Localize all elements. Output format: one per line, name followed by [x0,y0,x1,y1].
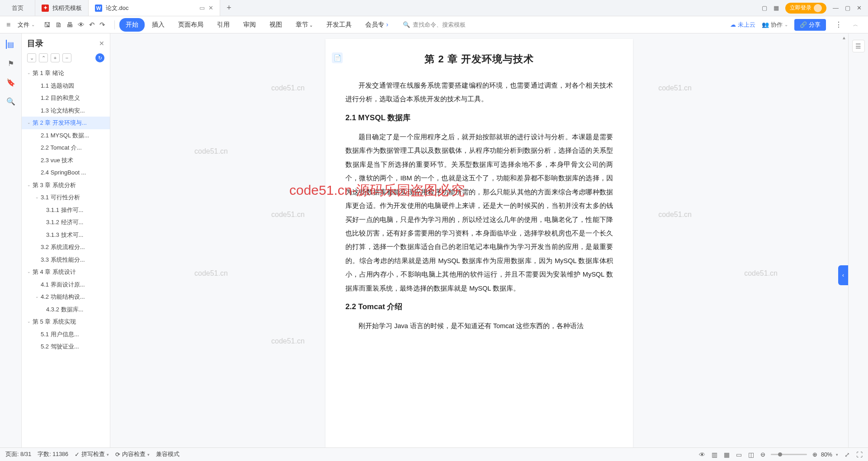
status-page[interactable]: 页面: 8/31 [5,451,31,458]
maximize-icon[interactable]: ▢ [845,5,850,11]
ribbon-tab-devtools[interactable]: 开发工具 [320,18,358,32]
expand-all-icon[interactable]: ⌄ [27,53,36,62]
outline-item[interactable]: 3.3 系统性能分... [22,254,110,266]
hamburger-icon[interactable]: ≡ [4,21,13,29]
outline-item[interactable]: ⌄第 5 章 系统实现 [22,315,110,328]
view-web-icon[interactable]: ▭ [736,451,742,458]
outline-item[interactable]: 4.3.2 数据库... [22,303,110,316]
outline-item[interactable]: ⌄4.2 功能结构设... [22,291,110,303]
outline-item-label: 第 2 章 开发环境与... [33,118,87,127]
share-button[interactable]: 🔗分享 [794,19,826,31]
outline-item-label: 2.2 Tomcat 介... [41,143,82,152]
print-preview-icon[interactable]: 👁 [78,21,85,28]
layout-icon[interactable]: ▢ [762,5,767,11]
zoom-value[interactable]: 80% [821,452,832,458]
promote-icon[interactable]: + [51,53,60,62]
status-spellcheck[interactable]: ✓拼写检查 ▾ [75,451,109,458]
find-tool-icon[interactable]: 🔍 [6,97,15,106]
tab-home[interactable]: 首页 [0,0,35,16]
outline-item-label: 2.4 SpringBoot ... [41,168,86,177]
save-icon[interactable]: 🖫 [44,21,51,28]
tab-document[interactable]: W 论文.doc ▭ ✕ [89,0,220,16]
section-paragraph-21: 题目确定了是一个应用程序之后，就开始按部就班的进行设计与分析。本课题是需要数据库… [345,130,613,295]
outline-item[interactable]: 1.1 选题动因 [22,80,110,92]
outline-item[interactable]: 3.1.3 技术可... [22,229,110,241]
outline-item[interactable]: 4.1 界面设计原... [22,278,110,291]
ribbon-tab-view[interactable]: 视图 [263,18,288,32]
apps-icon[interactable]: ▦ [774,5,779,11]
side-handle[interactable]: ‹ [838,265,848,285]
outline-item[interactable]: 3.1.1 操作可... [22,204,110,216]
status-compat[interactable]: 兼容模式 [156,451,179,458]
page-action-icon[interactable]: 📄 [332,52,343,63]
ribbon-tab-layout[interactable]: 页面布局 [172,18,210,32]
cloud-status[interactable]: ☁未上云 [730,21,755,29]
add-tab-button[interactable]: + [220,0,238,16]
status-contentcheck[interactable]: ⟳内容检查 ▾ [115,451,150,458]
fit-icon[interactable]: ⤢ [844,451,850,458]
ribbon-tab-reference[interactable]: 引用 [211,18,236,32]
outline-item[interactable]: 2.2 Tomcat 介... [22,141,110,154]
close-tab-icon[interactable]: ✕ [208,5,213,11]
view-page-icon[interactable]: ▦ [724,451,730,458]
zoom-thumb[interactable] [778,452,782,456]
outline-item[interactable]: 5.1 用户信息... [22,328,110,341]
zoom-slider[interactable] [771,454,807,455]
ribbon-tab-member[interactable]: 会员专› [359,18,395,32]
view-read-icon[interactable]: ▥ [712,451,717,458]
outline-item[interactable]: ⌄第 4 章 系统设计 [22,266,110,278]
outline-item[interactable]: 3.2 系统流程分... [22,241,110,254]
outline-item[interactable]: ⌄第 2 章 开发环境与... [22,117,110,129]
file-menu[interactable]: 文件⌄ [15,21,38,29]
zoom-out-icon[interactable]: ⊖ [760,451,765,458]
ribbon-tab-start[interactable]: 开始 [119,18,145,32]
outline-item[interactable]: 5.2 驾驶证业... [22,340,110,353]
save-as-icon[interactable]: 🗎 [55,21,62,28]
outline-item[interactable]: 1.2 目的和意义 [22,92,110,104]
outline-tool-icon[interactable]: ▤ [6,40,15,49]
undo-icon[interactable]: ↶ [89,21,95,29]
outline-item[interactable]: 2.4 SpringBoot ... [22,166,110,179]
zoom-in-icon[interactable]: ⊕ [812,451,817,458]
fullscreen-icon[interactable]: ⛶ [856,451,863,458]
redo-icon[interactable]: ↷ [99,21,105,29]
minimize-icon[interactable]: — [833,5,839,11]
login-button[interactable]: 立即登录 [785,3,826,14]
outline-item[interactable]: ⌄3.1 可行性分析 [22,191,110,204]
outline-item[interactable]: 3.1.2 经济可... [22,216,110,229]
goal-tool-icon[interactable]: ⚑ [6,59,15,68]
watermark: code51.cn [194,147,228,155]
ribbon-tab-insert[interactable]: 插入 [146,18,171,32]
outline-item[interactable]: ⌄第 3 章 系统分析 [22,179,110,192]
collab-button[interactable]: 👥协作⌄ [762,21,788,29]
collapse-ribbon-icon[interactable]: ︿ [851,21,860,28]
more-icon[interactable]: ⋮ [832,20,845,29]
ribbon-tab-section[interactable]: 章节⌄ [289,18,319,32]
tab-templates[interactable]: ✦ 找稻壳模板 [35,0,89,16]
close-window-icon[interactable]: ✕ [857,5,862,11]
outline-item[interactable]: ⌄第 1 章 绪论 [22,67,110,80]
command-search[interactable]: 🔍 查找命令、搜索模板 [403,21,466,29]
word-doc-icon: W [95,5,102,12]
document-page[interactable]: 📄 第 2 章 开发环境与技术 开发交通管理在线服务系统需要搭建编程的环境，也需… [326,39,633,447]
properties-icon[interactable]: ☰ [852,40,865,52]
demote-icon[interactable]: − [62,53,71,62]
window-controls: ▢ ▦ 立即登录 — ▢ ✕ [755,0,868,16]
close-outline-icon[interactable]: ✕ [99,40,104,47]
split-window-icon[interactable]: ▭ [199,5,205,11]
collapse-all-icon[interactable]: ⌃ [39,53,48,62]
sync-outline-icon[interactable]: ↻ [95,53,104,62]
view-outline-icon[interactable]: ◫ [748,451,754,458]
outline-item[interactable]: 2.1 MYSQL 数据... [22,129,110,142]
scroll-up-icon[interactable]: ▲ [841,34,847,41]
outline-item[interactable]: 2.3 vue 技术 [22,154,110,167]
tab-home-label: 首页 [12,4,24,12]
ribbon-tab-review[interactable]: 审阅 [237,18,262,32]
outline-item[interactable]: 1.3 论文结构安... [22,104,110,117]
document-area[interactable]: ▲ 📄 第 2 章 开发环境与技术 开发交通管理在线服务系统需要搭建编程的环境，… [110,33,848,447]
view-eye-icon[interactable]: 👁 [699,451,705,458]
bookmark-tool-icon[interactable]: 🔖 [6,78,15,87]
print-icon[interactable]: 🖶 [66,21,73,28]
status-wordcount[interactable]: 字数: 11386 [38,451,68,458]
outline-item-label: 2.3 vue 技术 [41,156,73,165]
